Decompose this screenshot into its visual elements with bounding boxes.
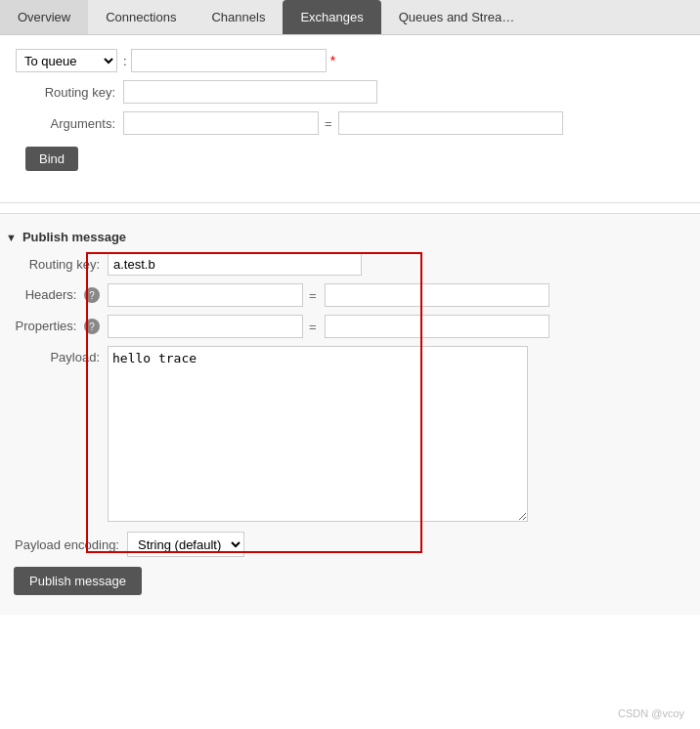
pub-properties-label: Properties: ?	[0, 319, 108, 335]
pub-headers-label: Headers: ?	[0, 287, 108, 304]
arguments-label: Arguments:	[16, 116, 123, 131]
bind-section: To queue To exchange : * Routing key: Ar…	[0, 35, 700, 193]
properties-equals: =	[303, 320, 323, 334]
publish-message-section: ▼ Publish message Routing key: Headers: …	[0, 213, 700, 615]
pub-properties-row: Properties: ? =	[0, 315, 700, 338]
properties-help-icon[interactable]: ?	[84, 319, 100, 334]
pub-headers-key-input[interactable]	[108, 283, 303, 307]
pub-payload-row: Payload: hello trace	[0, 346, 700, 522]
tab-exchanges[interactable]: Exchanges	[283, 0, 380, 34]
pub-payload-label: Payload:	[0, 346, 108, 364]
pub-properties-value-input[interactable]	[325, 315, 549, 338]
payload-encoding-label: Payload encoding:	[0, 537, 127, 552]
arguments-value-input[interactable]	[338, 111, 563, 135]
publish-message-button[interactable]: Publish message	[14, 567, 142, 595]
payload-encoding-select[interactable]: String (default) Base64	[127, 532, 244, 557]
bind-button[interactable]: Bind	[25, 147, 78, 171]
tab-queues[interactable]: Queues and Strea…	[381, 0, 533, 34]
publish-inner-wrapper: Routing key: Headers: ? = Properties: ? …	[0, 252, 700, 522]
pub-headers-value-input[interactable]	[325, 283, 549, 307]
routing-key-input[interactable]	[123, 80, 377, 104]
queue-row: To queue To exchange : *	[16, 49, 684, 72]
routing-key-row: Routing key:	[16, 80, 684, 104]
pub-routing-key-input[interactable]	[108, 252, 362, 276]
queue-type-select[interactable]: To queue To exchange	[16, 49, 117, 72]
headers-help-icon[interactable]: ?	[84, 287, 100, 303]
collapse-chevron-icon: ▼	[6, 232, 17, 243]
pub-payload-textarea[interactable]: hello trace	[108, 346, 528, 522]
queue-name-input[interactable]	[131, 49, 327, 72]
watermark-text: CSDN @vcoy	[618, 708, 684, 719]
queue-label: To queue To exchange	[16, 49, 123, 72]
tab-bar: Overview Connections Channels Exchanges …	[0, 0, 700, 35]
colon-spacer: :	[123, 54, 131, 68]
arguments-key-input[interactable]	[123, 111, 319, 135]
tab-connections[interactable]: Connections	[88, 0, 194, 34]
section-divider	[0, 202, 700, 203]
tab-overview[interactable]: Overview	[0, 0, 88, 34]
pub-properties-key-input[interactable]	[108, 315, 303, 338]
arguments-row: Arguments: =	[16, 111, 684, 135]
tab-channels[interactable]: Channels	[194, 0, 283, 34]
pub-routing-key-label: Routing key:	[0, 257, 108, 272]
routing-key-label: Routing key:	[16, 85, 123, 100]
arguments-equals: =	[319, 116, 338, 131]
pub-headers-row: Headers: ? =	[0, 283, 700, 307]
publish-section-title: Publish message	[22, 230, 126, 244]
required-star: *	[330, 53, 335, 68]
publish-section-header[interactable]: ▼ Publish message	[0, 224, 700, 252]
pub-routing-key-row: Routing key:	[0, 252, 700, 276]
headers-equals: =	[303, 288, 323, 303]
payload-encoding-row: Payload encoding: String (default) Base6…	[0, 532, 700, 557]
